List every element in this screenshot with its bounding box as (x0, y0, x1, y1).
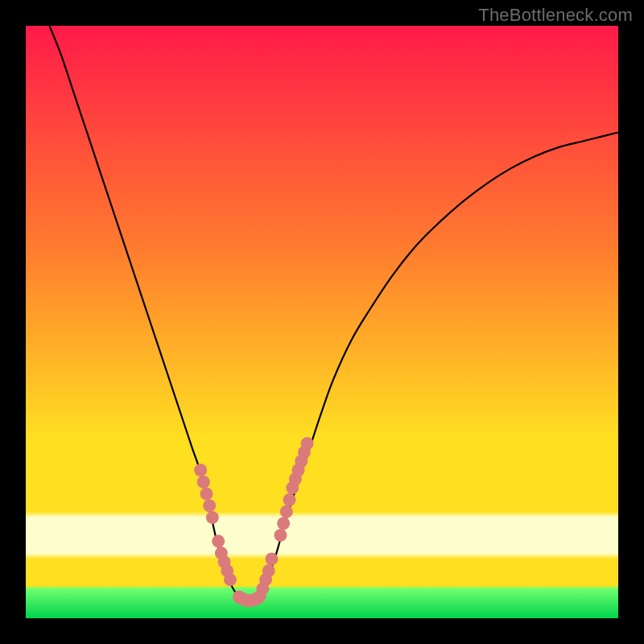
gradient-bg (26, 26, 618, 618)
curve-marker (206, 511, 219, 524)
curve-marker (301, 437, 314, 450)
chart-svg (26, 26, 618, 618)
curve-marker (277, 517, 290, 530)
curve-marker (274, 529, 287, 542)
curve-marker (265, 552, 278, 565)
curve-marker (262, 564, 275, 577)
curve-marker (197, 476, 210, 489)
chart-frame: TheBottleneck.com (0, 0, 644, 644)
curve-marker (194, 464, 207, 477)
watermark-text: TheBottleneck.com (478, 5, 633, 26)
curve-marker (212, 535, 225, 547)
curve-marker (203, 499, 216, 512)
curve-marker (283, 493, 296, 506)
curve-marker (200, 487, 213, 500)
curve-marker (280, 506, 293, 518)
plot-area (26, 26, 618, 618)
curve-marker (224, 573, 237, 586)
